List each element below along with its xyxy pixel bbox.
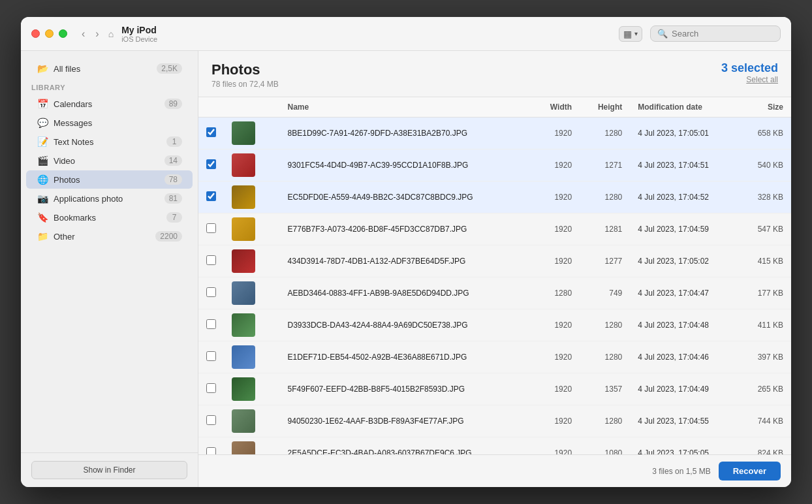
calendars-icon: 📅 [37, 98, 48, 110]
table-row[interactable]: AEBD3464-0883-4FF1-AB9B-9A8E5D6D94DD.JPG… [198, 277, 791, 309]
row-height-4: 1281 [580, 213, 630, 245]
row-checkbox-2[interactable] [206, 159, 216, 169]
forward-button[interactable]: › [91, 27, 102, 41]
row-checkbox-cell [198, 245, 224, 277]
col-header-size[interactable]: Size [739, 97, 791, 118]
row-thumbnail-cell [224, 118, 280, 150]
file-table: Name Width Height Modification date Size [198, 97, 791, 454]
close-button[interactable] [31, 29, 40, 38]
row-height-3: 1280 [580, 181, 630, 213]
table-row[interactable]: 5F49F607-EEFD-42BB-B8F5-4015B2F8593D.JPG… [198, 373, 791, 405]
row-checkbox-4[interactable] [206, 223, 216, 233]
sidebar-item-calendars[interactable]: 📅 Calendars 89 [26, 95, 193, 113]
footer: 3 files on 1,5 MB Recover [198, 454, 791, 487]
row-date-10: 4 Jul 2023, 17:04:55 [630, 405, 739, 437]
col-header-name[interactable]: Name [280, 97, 533, 118]
table-row[interactable]: 8BE1D99C-7A91-4267-9DFD-A38E31BA2B70.JPG… [198, 118, 791, 150]
view-toggle[interactable]: ▦ ▾ [619, 26, 642, 42]
table-row[interactable]: 434D3914-78D7-4DB1-A132-ADF37BE64D5F.JPG… [198, 245, 791, 277]
row-date-8: 4 Jul 2023, 17:04:46 [630, 341, 739, 373]
other-count: 2200 [155, 231, 182, 242]
row-thumbnail-cell [224, 341, 280, 373]
sidebar-item-video[interactable]: 🎬 Video 14 [26, 151, 193, 170]
row-checkbox-cell [198, 309, 224, 341]
page-title: Photos [211, 61, 279, 78]
show-in-finder-button[interactable]: Show in Finder [31, 461, 187, 479]
back-button[interactable]: ‹ [78, 27, 89, 41]
table-row[interactable]: D3933DCB-DA43-42A4-88A4-9A69DC50E738.JPG… [198, 309, 791, 341]
row-height-10: 1280 [580, 405, 630, 437]
row-checkbox-6[interactable] [206, 287, 216, 297]
row-width-6: 1280 [533, 277, 580, 309]
row-checkbox-8[interactable] [206, 351, 216, 361]
selection-info: 3 selected Select all [721, 61, 778, 84]
row-thumbnail-cell [224, 181, 280, 213]
search-input[interactable] [672, 29, 773, 39]
row-checkbox-1[interactable] [206, 127, 216, 137]
table-row[interactable]: 2E5A5DCE-EC3D-4BAD-A083-6037B67DE9C6.JPG… [198, 437, 791, 455]
file-name-7: D3933DCB-DA43-42A4-88A4-9A69DC50E738.JPG [288, 321, 468, 330]
file-name-11: 2E5A5DCE-EC3D-4BAD-A083-6037B67DE9C6.JPG [288, 449, 472, 454]
row-checkbox-10[interactable] [206, 415, 216, 425]
row-height-1: 1280 [580, 118, 630, 150]
row-date-1: 4 Jul 2023, 17:05:01 [630, 118, 739, 150]
view-icon: ▦ [623, 29, 632, 39]
file-table-container[interactable]: Name Width Height Modification date Size [198, 97, 791, 454]
row-width-1: 1920 [533, 118, 580, 150]
header-checkbox-cell [198, 97, 224, 118]
table-row[interactable]: EC5DFD0E-A559-4A49-BB2C-34DC87C8BDC9.JPG… [198, 181, 791, 213]
table-row[interactable]: 94050230-1E62-4AAF-B3DB-F89A3F4E77AF.JPG… [198, 405, 791, 437]
thumbnail-6 [232, 281, 255, 305]
traffic-lights [31, 29, 67, 38]
sidebar-item-applications-photo[interactable]: 📷 Applications photo 81 [26, 189, 193, 208]
col-header-height[interactable]: Height [580, 97, 630, 118]
table-row[interactable]: E1DEF71D-EB54-4502-A92B-4E36A88E671D.JPG… [198, 341, 791, 373]
sidebar-item-all-files[interactable]: 📂 All files 2,5K [26, 59, 193, 78]
file-name-9: 5F49F607-EEFD-42BB-B8F5-4015B2F8593D.JPG [288, 385, 465, 394]
row-size-1: 658 KB [739, 118, 791, 150]
row-checkbox-9[interactable] [206, 383, 216, 393]
col-header-width[interactable]: Width [533, 97, 580, 118]
thumbnail-2 [232, 153, 255, 177]
all-files-icon: 📂 [37, 63, 48, 74]
sidebar-item-photos[interactable]: 🌐 Photos 78 [26, 170, 193, 189]
video-icon: 🎬 [37, 155, 48, 166]
minimize-button[interactable] [45, 29, 54, 38]
main-area: 📂 All files 2,5K Library 📅 Calendars 89 … [21, 51, 791, 487]
table-row[interactable]: 9301FC54-4D4D-49B7-AC39-95CCD1A10F8B.JPG… [198, 150, 791, 181]
calendars-count: 89 [164, 99, 182, 109]
applications-photo-count: 81 [164, 193, 182, 204]
select-all-link[interactable]: Select all [721, 75, 778, 84]
row-checkbox-3[interactable] [206, 191, 216, 201]
search-icon: 🔍 [657, 29, 668, 39]
file-name-8: E1DEF71D-EB54-4502-A92B-4E36A88E671D.JPG [288, 353, 467, 362]
thumbnail-3 [232, 185, 255, 209]
library-header: Library [21, 78, 198, 94]
sidebar-item-messages[interactable]: 💬 Messages [26, 114, 193, 132]
sidebar-item-other[interactable]: 📁 Other 2200 [26, 227, 193, 245]
text-notes-count: 1 [166, 136, 182, 147]
row-thumbnail-cell [224, 213, 280, 245]
row-checkbox-11[interactable] [206, 447, 216, 454]
file-name-6: AEBD3464-0883-4FF1-AB9B-9A8E5D6D94DD.JPG [288, 289, 469, 298]
title-block: Photos 78 files on 72,4 MB [211, 61, 279, 89]
bookmarks-icon: 🔖 [37, 212, 48, 223]
row-thumbnail-cell [224, 405, 280, 437]
maximize-button[interactable] [59, 29, 67, 38]
home-button[interactable]: ⌂ [108, 29, 114, 39]
sidebar-item-bookmarks[interactable]: 🔖 Bookmarks 7 [26, 208, 193, 227]
file-name-2: 9301FC54-4D4D-49B7-AC39-95CCD1A10F8B.JPG [288, 161, 469, 170]
sidebar-item-text-notes[interactable]: 📝 Text Notes 1 [26, 133, 193, 151]
recover-button[interactable]: Recover [719, 462, 781, 480]
row-checkbox-cell [198, 118, 224, 150]
table-row[interactable]: E776B7F3-A073-4206-BD8F-45FD3CC87DB7.JPG… [198, 213, 791, 245]
thumbnail-9 [232, 377, 255, 401]
row-checkbox-cell [198, 373, 224, 405]
col-header-date[interactable]: Modification date [630, 97, 739, 118]
file-name-1: 8BE1D99C-7A91-4267-9DFD-A38E31BA2B70.JPG [288, 129, 467, 138]
row-checkbox-7[interactable] [206, 319, 216, 329]
file-name-10: 94050230-1E62-4AAF-B3DB-F89A3F4E77AF.JPG [288, 417, 464, 426]
row-thumbnail-cell [224, 309, 280, 341]
bookmarks-label: Bookmarks [54, 213, 166, 223]
row-checkbox-5[interactable] [206, 255, 216, 265]
